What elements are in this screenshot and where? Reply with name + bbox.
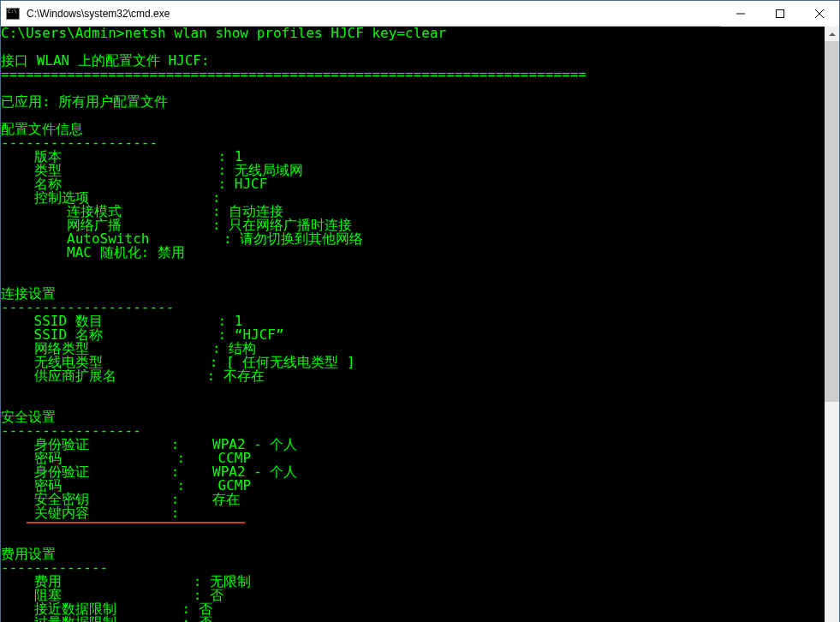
- connectivity-block: SSID 数目 : 1 SSID 名称 : “HJCF” 网络类型 : 结构 无…: [1, 313, 355, 384]
- close-button[interactable]: [800, 1, 839, 27]
- applied-value: 所有用户配置文件: [58, 93, 168, 110]
- cmd-icon: [6, 8, 20, 20]
- redaction-underline: [27, 522, 245, 523]
- minimize-button[interactable]: [721, 1, 760, 27]
- window-controls: [721, 1, 839, 27]
- applied-label: 已应用:: [1, 93, 51, 110]
- scroll-up-button[interactable]: [825, 27, 839, 41]
- divider-line: ========================================…: [1, 66, 587, 82]
- app-icon[interactable]: [1, 1, 25, 27]
- window-title: C:\Windows\system32\cmd.exe: [25, 8, 721, 20]
- minimize-icon: [736, 9, 745, 18]
- titlebar[interactable]: C:\Windows\system32\cmd.exe: [1, 1, 839, 27]
- chevron-up-icon: [829, 33, 836, 36]
- client-area: C:\Users\Admin>netsh wlan show profiles …: [1, 27, 839, 622]
- prompt-path: C:\Users\Admin>: [1, 27, 125, 41]
- scroll-thumb[interactable]: [825, 41, 839, 402]
- security-block: 身份验证 : WPA2 - 个人 密码 : CCMP 身份验证 : WPA2 -…: [1, 436, 297, 521]
- svg-rect-1: [777, 9, 784, 17]
- cost-block: 费用 : 无限制 阻塞 : 否 接近数据限制 : 否 过量数据限制 : 否 漫游…: [1, 573, 251, 622]
- maximize-button[interactable]: [760, 1, 800, 27]
- maximize-icon: [776, 9, 784, 18]
- cmd-window: C:\Windows\system32\cmd.exe C:\Users\Adm…: [0, 0, 840, 622]
- terminal-output[interactable]: C:\Users\Admin>netsh wlan show profiles …: [1, 27, 825, 622]
- prompt-command: netsh wlan show profiles HJCF key=clear: [125, 27, 447, 41]
- close-icon: [815, 9, 824, 18]
- vertical-scrollbar[interactable]: [825, 27, 839, 622]
- profile-info-block: 版本 : 1 类型 : 无线局域网 名称 : HJCF 控制选项 : 连接模式 …: [1, 148, 363, 260]
- scroll-track[interactable]: [825, 41, 839, 622]
